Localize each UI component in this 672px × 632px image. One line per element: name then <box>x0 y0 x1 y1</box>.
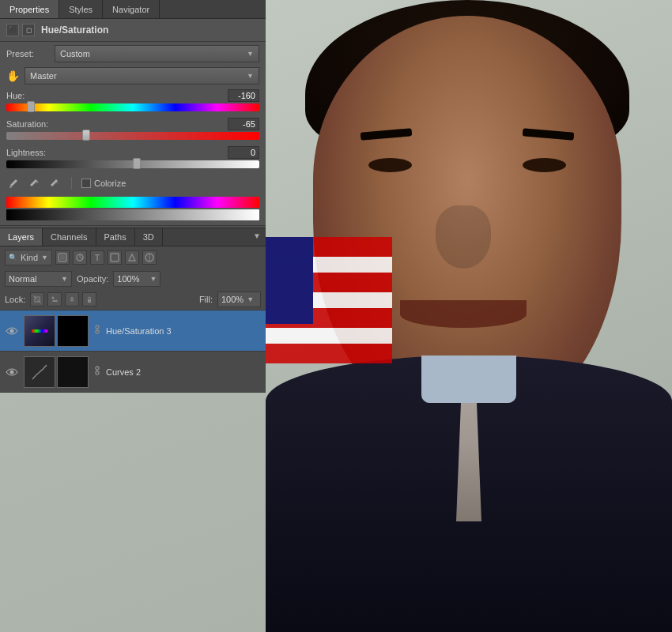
blend-mode-value: Normal <box>9 274 36 284</box>
title-bar: ⬛ ◻ Hue/Saturation <box>0 19 266 42</box>
lightness-slider-thumb[interactable] <box>133 158 141 169</box>
tool-divider <box>71 177 72 190</box>
svg-rect-20 <box>96 371 99 374</box>
left-eyebrow <box>361 128 413 141</box>
tab-navigator[interactable]: Navigator <box>103 0 160 18</box>
hue-slider-track[interactable] <box>6 103 259 111</box>
lightness-label: Lightness: <box>6 148 46 157</box>
chain-icon-hue-sat[interactable] <box>93 324 101 337</box>
preset-dropdown[interactable]: Custom ▼ <box>55 45 259 62</box>
filter-toggle-icon[interactable] <box>142 250 157 265</box>
hue-sat-layer-name: Hue/Saturation 3 <box>106 326 261 336</box>
tab-paths[interactable]: Paths <box>96 228 135 246</box>
lightness-value: 0 <box>228 146 259 159</box>
tools-row: + - Colorize <box>0 173 266 194</box>
layers-tab-arrow[interactable]: ▼ <box>248 228 266 246</box>
top-tabs: Properties Styles Navigator <box>0 0 266 19</box>
curves-layer-thumbs <box>24 356 89 388</box>
fill-dropdown-arrow: ▼ <box>247 295 254 303</box>
channel-row: ✋ Master ▼ <box>0 66 266 88</box>
chain-icon-curves[interactable] <box>93 365 101 378</box>
saturation-row: Saturation: -65 <box>0 116 266 145</box>
svg-rect-19 <box>96 367 99 370</box>
curves-adj-thumb <box>24 356 55 388</box>
panel-icon-2: ◻ <box>22 24 35 36</box>
eyedropper-plus-tool[interactable]: + <box>27 176 41 190</box>
fill-label: Fill: <box>199 295 213 304</box>
layer-item-hue-saturation[interactable]: Hue/Saturation 3 <box>0 310 266 352</box>
kind-label: Kind <box>21 253 38 262</box>
properties-panel: ⬛ ◻ Hue/Saturation Preset: Custom ▼ ✋ Ma… <box>0 19 266 224</box>
svg-point-11 <box>52 297 55 299</box>
left-eye <box>368 158 412 172</box>
nose <box>436 205 491 269</box>
blend-opacity-row: Normal ▼ Opacity: 100% ▼ <box>0 269 266 289</box>
tab-layers[interactable]: Layers <box>0 228 43 246</box>
filter-type-icon[interactable]: T <box>90 250 104 265</box>
colorize-label: Colorize <box>94 179 126 188</box>
filter-pixel-icon[interactable] <box>55 250 70 265</box>
hue-sat-mask-thumb <box>57 315 89 347</box>
saturation-slider-track[interactable] <box>6 132 259 140</box>
hue-row: Hue: -160 <box>0 88 266 116</box>
svg-text:-: - <box>56 179 59 185</box>
opacity-dropdown[interactable]: 100% ▼ <box>113 271 160 287</box>
hue-value: -160 <box>228 89 259 102</box>
curves-mask-thumb <box>57 356 89 388</box>
panel-icon-1: ⬛ <box>6 24 19 36</box>
layers-tabs: Layers Channels Paths 3D ▼ <box>0 228 266 246</box>
right-eyebrow <box>523 128 575 141</box>
filter-shape-icon[interactable] <box>108 250 122 265</box>
photo-area <box>266 0 672 632</box>
svg-rect-16 <box>96 330 99 333</box>
hue-slider-thumb[interactable] <box>27 101 35 112</box>
fill-value: 100% <box>221 295 244 304</box>
tab-styles[interactable]: Styles <box>59 0 103 18</box>
shirt <box>421 356 516 403</box>
lock-image-btn[interactable] <box>47 292 62 307</box>
lock-all-btn[interactable] <box>82 292 96 307</box>
kind-dropdown[interactable]: 🔍 Kind ▼ <box>5 250 52 265</box>
right-eye <box>523 158 566 172</box>
fill-dropdown[interactable]: 100% ▼ <box>217 292 261 307</box>
svg-rect-0 <box>9 186 12 188</box>
flag <box>266 237 408 474</box>
svg-rect-6 <box>111 254 119 261</box>
preset-label: Preset: <box>6 49 50 58</box>
saturation-label: Saturation: <box>6 119 48 129</box>
lock-transparent-btn[interactable] <box>30 292 44 307</box>
lightness-row: Lightness: 0 <box>0 145 266 173</box>
saturation-slider-thumb[interactable] <box>82 130 90 141</box>
eye-icon-hue-sat[interactable] <box>5 324 19 338</box>
spectrum-bar-gray <box>6 209 259 220</box>
filter-adjust-icon[interactable] <box>73 250 87 265</box>
hue-sat-adj-thumb <box>24 315 55 347</box>
blend-mode-dropdown[interactable]: Normal ▼ <box>5 271 72 287</box>
hue-label: Hue: <box>6 91 25 100</box>
channel-dropdown[interactable]: Master ▼ <box>25 67 259 85</box>
curves-layer-name: Curves 2 <box>106 367 261 377</box>
eyedropper-minus-tool[interactable]: - <box>47 176 62 190</box>
tab-3d[interactable]: 3D <box>135 228 163 246</box>
eyedropper-tool[interactable] <box>6 176 21 190</box>
svg-rect-14 <box>32 329 47 333</box>
lock-icons <box>30 292 96 307</box>
panel-divider <box>0 225 266 226</box>
svg-rect-15 <box>96 325 99 329</box>
svg-point-13 <box>10 329 14 333</box>
layer-item-curves[interactable]: Curves 2 <box>0 352 266 393</box>
mouth <box>400 300 527 328</box>
lock-position-btn[interactable] <box>65 292 79 307</box>
tab-properties[interactable]: Properties <box>0 0 59 18</box>
filter-smart-icon[interactable] <box>125 250 139 265</box>
svg-rect-4 <box>60 255 65 260</box>
tab-channels[interactable]: Channels <box>43 228 96 246</box>
title-icons: ⬛ ◻ <box>6 24 35 36</box>
colorize-checkbox[interactable] <box>81 179 91 188</box>
opacity-dropdown-arrow: ▼ <box>149 275 157 283</box>
colorize-checkbox-group[interactable]: Colorize <box>81 179 126 188</box>
lightness-slider-track[interactable] <box>6 160 259 168</box>
saturation-value: -65 <box>228 118 259 130</box>
eye-icon-curves[interactable] <box>5 365 19 379</box>
hue-header: Hue: -160 <box>6 89 259 102</box>
